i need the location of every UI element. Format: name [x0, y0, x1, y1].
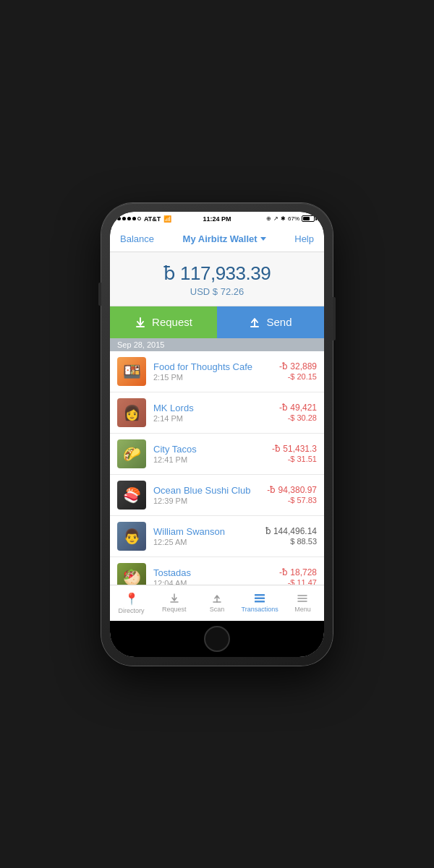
tx-usd: -$ 57.83	[267, 496, 317, 504]
bluetooth-icon: ✱	[281, 215, 286, 222]
signal-dot-3	[127, 217, 131, 220]
tx-name: City Tacos	[153, 444, 265, 455]
tx-info: Tostadas 12:04 AM	[153, 567, 272, 585]
btc-balance: ƀ 117,933.39	[110, 262, 324, 285]
usd-balance: USD $ 72.26	[110, 286, 324, 297]
svg-rect-5	[255, 598, 265, 600]
tab-request[interactable]: Request	[153, 593, 195, 613]
avatar: 🥙	[117, 563, 146, 585]
screen: AT&T 📶 11:24 PM ⊕ ↗ ✱ 67%	[110, 212, 324, 657]
send-button[interactable]: Send	[217, 306, 324, 338]
tx-amounts: ƀ 144,496.14 $ 88.53	[265, 526, 317, 546]
signal-dot-4	[132, 217, 136, 220]
battery-body	[302, 215, 315, 222]
btc-amount: 117,933.39	[180, 262, 271, 284]
signal-dot-2	[122, 217, 126, 220]
wallet-title[interactable]: My Airbitz Wallet	[183, 233, 266, 244]
battery-indicator	[302, 215, 317, 222]
carrier-label: AT&T	[144, 215, 161, 223]
signal-dots	[117, 217, 141, 220]
tx-usd: -$ 20.15	[279, 372, 317, 381]
location-icon: ⊕	[266, 215, 271, 222]
help-nav-link[interactable]: Help	[294, 233, 314, 244]
phone-frame: AT&T 📶 11:24 PM ⊕ ↗ ✱ 67%	[101, 203, 333, 666]
table-row[interactable]: 🍣 Ocean Blue Sushi Club 12:39 PM -ƀ 94,3…	[110, 475, 324, 516]
chevron-down-icon	[260, 237, 266, 241]
tx-time: 2:14 PM	[153, 414, 272, 423]
table-row[interactable]: 👨 William Swanson 12:25 AM ƀ 144,496.14 …	[110, 516, 324, 557]
request-icon	[135, 317, 146, 328]
arrow-icon: ↗	[273, 215, 278, 222]
tx-info: MK Lords 2:14 PM	[153, 403, 272, 423]
svg-rect-6	[255, 601, 265, 603]
directory-icon: 📍	[124, 592, 139, 606]
table-row[interactable]: 🥙 Tostadas 12:04 AM -ƀ 18,728 -$ 11.47	[110, 557, 324, 585]
send-label: Send	[266, 316, 292, 328]
tx-info: William Swanson 12:25 AM	[153, 526, 258, 546]
tx-amounts: -ƀ 18,728 -$ 11.47	[279, 567, 317, 585]
tab-directory[interactable]: 📍 Directory	[110, 592, 153, 614]
tx-btc: ƀ 144,496.14	[265, 526, 317, 536]
tx-amounts: -ƀ 51,431.3 -$ 31.51	[272, 444, 317, 463]
scan-tab-icon	[211, 593, 223, 604]
tx-info: City Tacos 12:41 PM	[153, 444, 265, 464]
avatar: 👩	[117, 398, 146, 427]
time-display: 11:24 PM	[203, 215, 231, 223]
tx-amounts: -ƀ 94,380.97 -$ 57.83	[267, 485, 317, 504]
tx-btc: -ƀ 32,889	[279, 361, 317, 371]
table-row[interactable]: 🍱 Food for Thoughts Cafe 2:15 PM -ƀ 32,8…	[110, 351, 324, 392]
status-left: AT&T 📶	[117, 215, 171, 223]
tx-usd: -$ 30.28	[279, 413, 317, 422]
btc-symbol: ƀ	[163, 262, 176, 284]
tab-scan[interactable]: Scan	[195, 593, 238, 613]
tab-transactions-label: Transactions	[242, 606, 278, 613]
tx-name: Food for Thoughts Cafe	[153, 361, 272, 372]
table-row[interactable]: 👩 MK Lords 2:14 PM -ƀ 49,421 -$ 30.28	[110, 392, 324, 434]
tab-directory-label: Directory	[119, 607, 145, 614]
nav-bar: Balance My Airbitz Wallet Help	[110, 226, 324, 252]
tx-amounts: -ƀ 49,421 -$ 30.28	[279, 403, 317, 422]
tx-info: Food for Thoughts Cafe 2:15 PM	[153, 361, 272, 382]
transactions-tab-icon	[254, 593, 265, 604]
table-row[interactable]: 🌮 City Tacos 12:41 PM -ƀ 51,431.3 -$ 31.…	[110, 434, 324, 475]
send-icon	[249, 317, 260, 328]
tab-menu[interactable]: Menu	[281, 593, 324, 613]
signal-dot-5	[137, 217, 141, 220]
avatar: 🍱	[117, 357, 146, 386]
tab-request-label: Request	[162, 606, 187, 613]
tx-time: 2:15 PM	[153, 373, 272, 382]
home-button[interactable]	[204, 626, 230, 652]
battery-tip	[315, 217, 317, 220]
request-button[interactable]: Request	[110, 306, 217, 338]
tx-btc: -ƀ 51,431.3	[272, 444, 317, 454]
request-tab-icon	[169, 593, 180, 604]
tx-btc: -ƀ 94,380.97	[267, 485, 317, 495]
tx-time: 12:41 PM	[153, 455, 265, 464]
tab-bar: 📍 Directory Request Scan	[110, 585, 324, 621]
tab-menu-label: Menu	[294, 606, 311, 613]
tx-name: William Swanson	[153, 526, 258, 537]
tx-name: Ocean Blue Sushi Club	[153, 485, 260, 496]
action-buttons: Request Send	[110, 306, 324, 338]
wallet-name-label: My Airbitz Wallet	[183, 233, 258, 244]
menu-tab-icon	[297, 593, 308, 604]
balance-nav-link[interactable]: Balance	[120, 233, 154, 244]
home-button-area	[110, 621, 324, 657]
request-label: Request	[152, 316, 192, 328]
tx-info: Ocean Blue Sushi Club 12:39 PM	[153, 485, 260, 505]
phone-inner: AT&T 📶 11:24 PM ⊕ ↗ ✱ 67%	[110, 212, 324, 657]
avatar: 🍣	[117, 481, 146, 510]
tx-usd: $ 88.53	[265, 537, 317, 546]
status-bar: AT&T 📶 11:24 PM ⊕ ↗ ✱ 67%	[110, 212, 324, 226]
battery-fill	[303, 217, 310, 220]
tx-time: 12:39 PM	[153, 497, 260, 505]
avatar: 👨	[117, 522, 146, 551]
tab-scan-label: Scan	[210, 606, 225, 613]
transaction-list: 🍱 Food for Thoughts Cafe 2:15 PM -ƀ 32,8…	[110, 351, 324, 585]
tx-btc: -ƀ 18,728	[279, 567, 317, 577]
tab-transactions[interactable]: Transactions	[239, 593, 281, 613]
tx-amounts: -ƀ 32,889 -$ 20.15	[279, 361, 317, 381]
tx-time: 12:25 AM	[153, 538, 258, 546]
wifi-icon: 📶	[163, 215, 171, 223]
tx-btc: -ƀ 49,421	[279, 403, 317, 413]
